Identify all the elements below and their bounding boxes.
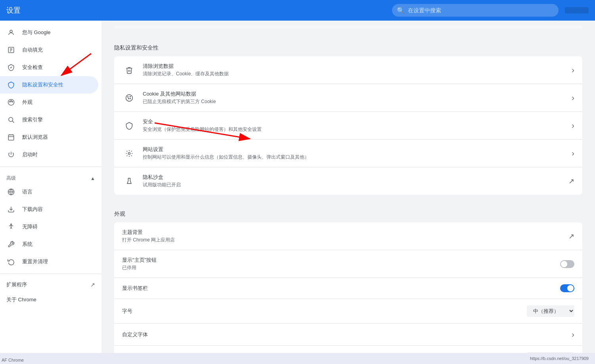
theme-title: 主题背景 (122, 229, 562, 236)
top-card (114, 25, 582, 29)
sidebar-label-google: 您与 Google (22, 29, 51, 36)
toggle-knob-bookmarks (567, 285, 574, 291)
custom-font-item[interactable]: 自定义字体 › (114, 324, 582, 346)
search-nav-icon (6, 115, 16, 125)
sidebar-item-default-browser[interactable]: 默认浏览器 (0, 128, 98, 146)
sidebar-label-accessibility: 无障碍 (22, 223, 38, 230)
palette-icon (6, 98, 16, 107)
sidebar-label-appearance: 外观 (22, 99, 33, 106)
top-header: 设置 🔍 (0, 0, 595, 21)
home-button-title: 显示"主页"按钮 (122, 257, 560, 264)
svg-rect-15 (8, 135, 14, 140)
privacy-sandbox-item[interactable]: 隐私沙盒 试用版功能已开启 ↗ (114, 167, 582, 195)
svg-point-27 (128, 98, 129, 99)
theme-item[interactable]: 主题背景 打开 Chrome 网上应用店 ↗ (114, 222, 582, 250)
svg-point-12 (12, 101, 13, 102)
bookmarks-toggle[interactable] (560, 284, 574, 292)
appearance-card: 主题背景 打开 Chrome 网上应用店 ↗ 显示"主页"按钮 已停用 显示书签… (114, 222, 582, 364)
font-size-item[interactable]: 字号 中（推荐） 小 大 超大 (114, 299, 582, 324)
clear-browsing-arrow: › (572, 65, 574, 75)
clear-browsing-item[interactable]: 清除浏览数据 清除浏览记录、Cookie、缓存及其他数据 › (114, 56, 582, 84)
security-item[interactable]: 安全 安全浏览（保护您免受危险网站的侵害）和其他安全设置 › (114, 112, 582, 140)
external-link-icon: ↗ (90, 282, 95, 288)
sidebar-label-privacy: 隐私设置和安全性 (22, 81, 63, 88)
svg-point-25 (128, 96, 128, 97)
site-settings-item[interactable]: 网站设置 控制网站可以使用和显示什么信息（如位置信息、摄像头、弹出式窗口及其他）… (114, 140, 582, 167)
sidebar-divider-1 (0, 167, 101, 167)
security-icon-wrapper (122, 119, 136, 133)
cookies-title: Cookie 及其他网站数据 (143, 90, 572, 98)
power-icon (6, 150, 16, 159)
content-area: 隐私设置和安全性 清除浏览数据 清除浏览记录、Cookie、缓存及其他数据 › (101, 21, 595, 364)
cookies-item[interactable]: Cookie 及其他网站数据 已阻止无痕模式下的第三方 Cookie › (114, 84, 582, 112)
sidebar: 您与 Google 自动填充 安全检查 隐私设置和安全性 外观 (0, 21, 101, 364)
calendar-icon (6, 132, 16, 142)
font-size-title: 字号 (122, 308, 527, 315)
toggle-knob (561, 261, 567, 267)
sidebar-label-language: 语言 (22, 188, 33, 195)
site-settings-title: 网站设置 (143, 146, 572, 153)
svg-point-4 (10, 30, 12, 33)
reset-icon (6, 257, 16, 266)
clear-browsing-subtitle: 清除浏览记录、Cookie、缓存及其他数据 (143, 71, 572, 77)
cookies-text: Cookie 及其他网站数据 已阻止无痕模式下的第三方 Cookie (143, 90, 572, 105)
home-button-item[interactable]: 显示"主页"按钮 已停用 (114, 250, 582, 278)
font-size-dropdown[interactable]: 中（推荐） 小 大 超大 (527, 305, 574, 317)
search-input[interactable] (392, 4, 559, 17)
sidebar-item-accessibility[interactable]: 无障碍 (0, 218, 98, 236)
sidebar-item-extensions[interactable]: 扩展程序 ↗ (0, 277, 101, 292)
svg-point-10 (10, 101, 10, 102)
sidebar-item-language[interactable]: 语言 (0, 183, 98, 201)
sidebar-item-downloads[interactable]: 下载内容 (0, 201, 98, 218)
security-shield-icon (125, 122, 133, 130)
cookie-icon-wrapper (122, 91, 136, 105)
top-right-button[interactable] (565, 7, 589, 13)
flask-icon (125, 177, 133, 185)
theme-text: 主题背景 打开 Chrome 网上应用店 (122, 229, 562, 243)
sidebar-item-autofill[interactable]: 自动填充 (0, 41, 98, 59)
sandbox-subtitle: 试用版功能已开启 (143, 182, 568, 188)
accessibility-icon (6, 222, 16, 232)
sidebar-label-safety: 安全检查 (22, 64, 43, 71)
sidebar-item-reset[interactable]: 重置并清理 (0, 253, 98, 270)
autofill-icon (6, 45, 16, 55)
sidebar-item-privacy[interactable]: 隐私设置和安全性 (0, 76, 98, 94)
clear-browsing-text: 清除浏览数据 清除浏览记录、Cookie、缓存及其他数据 (143, 63, 572, 77)
site-settings-icon (125, 149, 133, 157)
site-settings-text: 网站设置 控制网站可以使用和显示什么信息（如位置信息、摄像头、弹出式窗口及其他） (143, 146, 572, 161)
page-title: 设置 (6, 6, 21, 15)
sandbox-ext-link: ↗ (568, 177, 574, 186)
privacy-icon (6, 80, 16, 90)
sidebar-label-autofill: 自动填充 (22, 46, 43, 54)
about-label: 关于 Chrome (6, 296, 36, 303)
home-button-toggle[interactable] (560, 260, 574, 268)
sidebar-item-system[interactable]: 系统 (0, 236, 98, 253)
advanced-section-title[interactable]: 高级 ▲ (0, 170, 101, 183)
cookies-arrow: › (572, 93, 574, 102)
bookmarks-text: 显示书签栏 (122, 285, 560, 292)
svg-line-14 (12, 121, 14, 123)
sidebar-item-search[interactable]: 搜索引擎 (0, 111, 98, 128)
site-settings-subtitle: 控制网站可以使用和显示什么信息（如位置信息、摄像头、弹出式窗口及其他） (143, 154, 572, 161)
privacy-section-title: 隐私设置和安全性 (114, 35, 582, 56)
bookmarks-item[interactable]: 显示书签栏 (114, 278, 582, 299)
security-arrow: › (572, 121, 574, 130)
home-button-text: 显示"主页"按钮 已停用 (122, 257, 560, 271)
extensions-label: 扩展程序 (6, 281, 27, 288)
sandbox-icon-wrapper (122, 174, 136, 188)
sidebar-item-appearance[interactable]: 外观 (0, 94, 98, 111)
globe-icon (6, 187, 16, 197)
trash-icon-wrapper (122, 63, 136, 77)
security-title: 安全 (143, 118, 572, 125)
bookmarks-title: 显示书签栏 (122, 285, 560, 292)
sidebar-item-startup[interactable]: 启动时 (0, 146, 98, 163)
security-text: 安全 安全浏览（保护您免受危险网站的侵害）和其他安全设置 (143, 118, 572, 133)
security-subtitle: 安全浏览（保护您免受危险网站的侵害）和其他安全设置 (143, 126, 572, 133)
sidebar-item-about[interactable]: 关于 Chrome (0, 292, 101, 307)
sidebar-item-google[interactable]: 您与 Google (0, 24, 98, 41)
sidebar-item-safety[interactable]: 安全检查 (0, 59, 98, 76)
svg-point-13 (9, 117, 13, 122)
bottom-bar: https://b.csdn.net/ou_3217909 (0, 353, 595, 364)
sidebar-label-default-browser: 默认浏览器 (22, 134, 48, 141)
af-chrome-badge: AF Chrome (2, 358, 24, 362)
